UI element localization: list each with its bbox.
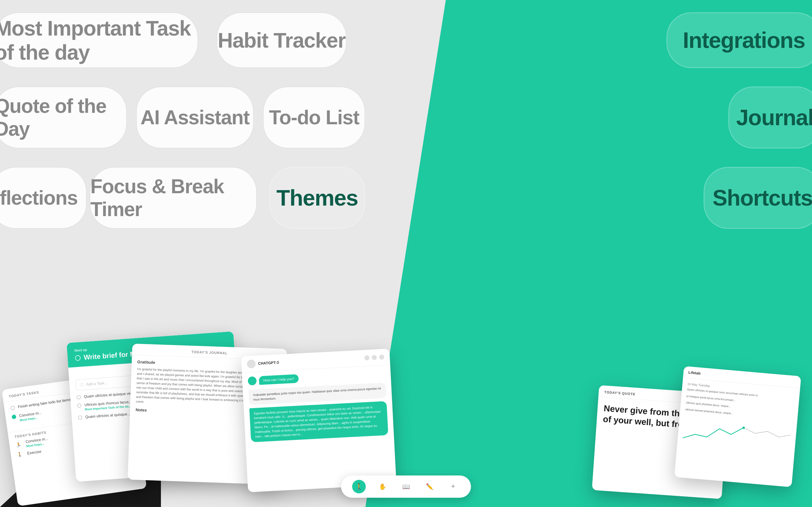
ai-long-reply-bubble: Egestas facilisis posuere risus mauris a… [249, 401, 388, 442]
habit-icon: 🏃 [15, 442, 21, 448]
nav-star-icon[interactable]: ✦ [446, 480, 460, 493]
task-checkbox[interactable] [77, 395, 81, 400]
ai-bubble-user: How can I help you? [259, 374, 299, 385]
ai-settings-icon[interactable] [364, 355, 369, 360]
cards-container: TODAY'S TASKS Finish writing fake todo l… [0, 0, 812, 507]
ai-user-message: How can I help you? [248, 370, 385, 386]
lifetab-card: Lifetab 10 May Tuesday Quam ultricies ut… [674, 366, 801, 487]
ai-messages: How can I help you? Vulputate penatibus … [242, 365, 394, 447]
lifetab-body: 10 May Tuesday Quam ultricies ut quisque… [677, 378, 800, 456]
ai-close-icon[interactable] [379, 354, 384, 360]
ai-user-avatar [248, 376, 257, 385]
ai-expand-icon[interactable] [372, 355, 377, 360]
habit-icon: 🚶 [17, 452, 22, 457]
task-text-with-tag: Ultrices quis rhoncus lacus, Most Import… [85, 399, 131, 411]
task-text: Convince m... Most Impo... [19, 410, 42, 422]
nav-book-icon[interactable]: 📖 [399, 480, 413, 493]
task-checkbox[interactable] [77, 403, 82, 408]
bottom-nav: 🚶 ✋ 📖 ✏️ ✦ [341, 475, 471, 498]
nav-person-icon[interactable]: 🚶 [352, 480, 366, 493]
task-checkbox-done[interactable] [11, 414, 16, 419]
task-checkbox[interactable] [78, 415, 82, 420]
ai-reply-bubble: Vulputate penatibus justo turpis nisi qu… [248, 383, 386, 405]
lifetab-chart [682, 416, 792, 450]
ai-card: CHATGPT-3 How can I help you? Vulputate … [241, 349, 396, 493]
task-checkbox[interactable] [10, 406, 15, 410]
nav-hand-icon[interactable]: ✋ [376, 480, 389, 493]
ai-header-icons [364, 354, 384, 360]
next-up-checkbox[interactable] [75, 355, 81, 361]
svg-point-0 [742, 426, 745, 429]
nav-pencil-icon[interactable]: ✏️ [423, 480, 436, 493]
ai-logo [247, 359, 256, 368]
